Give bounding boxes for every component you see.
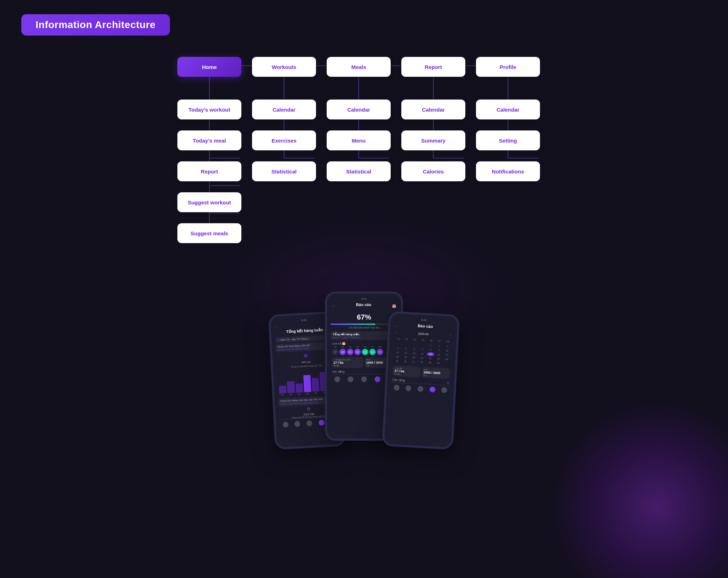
node-setting: Setting	[476, 130, 540, 150]
node-workouts-calendar: Calendar	[252, 100, 316, 119]
node-todays-workout: Today's workout	[177, 100, 241, 119]
bar-4	[303, 375, 311, 392]
node-report-calendar: Calendar	[401, 100, 465, 119]
node-workouts: Workouts	[252, 57, 316, 77]
phone-mockup-3: 9:41 ← Báo cáo ‹ 2023-04 › T2 T3	[382, 311, 460, 450]
phone-progress-bar	[331, 323, 397, 325]
node-summary: Summary	[401, 130, 465, 150]
phones-area: 9:41 ← Tổng kết hàng tuần ▼ Năm T9 - Năy…	[21, 299, 707, 455]
nav-home[interactable]	[334, 376, 340, 382]
node-report-home: Report	[177, 161, 241, 181]
page-title: Information Architecture	[36, 19, 156, 31]
phone-percent: 67%	[331, 313, 397, 321]
node-calories: Calories	[401, 161, 465, 181]
phone-status-2: 9:41	[331, 297, 397, 300]
bar-2	[287, 381, 295, 393]
phone-status-3: 9:41	[394, 317, 454, 323]
node-meals-statistical: Statistical	[327, 161, 391, 181]
nav-workout[interactable]	[348, 376, 353, 382]
node-profile: Profile	[476, 57, 540, 77]
node-todays-meal: Today's meal	[177, 130, 241, 150]
ia-diagram: Home Workouts Meals Report Profile	[21, 57, 707, 277]
bar-1	[279, 386, 287, 394]
nodes-container: Home Workouts Meals Report Profile	[177, 57, 551, 277]
bar-5	[312, 378, 320, 392]
node-notifications: Notifications	[476, 161, 540, 181]
node-meals: Meals	[327, 57, 391, 77]
node-suggest-workout: Suggest workout	[177, 192, 241, 212]
node-suggest-meals: Suggest meals	[177, 223, 241, 243]
node-report-top: Report	[401, 57, 465, 77]
phone-subtitle: 1 ăn độ hoàn thành mục tiêu	[331, 326, 397, 329]
nav3-meal[interactable]	[417, 386, 423, 392]
cal-grid: 1 2 3 4 5 6 7 8 9 10 11 12 13 14 15 16 1	[392, 342, 453, 366]
node-exercises: Exercises	[252, 130, 316, 150]
nav-dot-1[interactable]	[283, 422, 289, 428]
node-menu: Menu	[327, 130, 391, 150]
phone3-stats: ↑↓ Bài tập 17 / ba Bài tập 🍽 Ăn 1600 / 3…	[391, 364, 451, 381]
phone-title-2: Báo cáo	[335, 303, 392, 307]
page-wrapper: Information Architecture	[0, 0, 728, 469]
phone-progress-fill	[331, 323, 375, 325]
title-badge: Information Architecture	[21, 14, 170, 36]
nav3-report[interactable]	[429, 386, 435, 392]
nav-report[interactable]	[375, 376, 380, 382]
node-meals-calendar: Calendar	[327, 100, 391, 119]
nav-meal[interactable]	[361, 376, 367, 382]
node-workouts-statistical: Statistical	[252, 161, 316, 181]
phone-screen-3: 9:41 ← Báo cáo ‹ 2023-04 › T2 T3	[384, 313, 457, 447]
history-label: Lịch sử 📅	[332, 342, 396, 345]
nav-dot-4[interactable]	[318, 420, 324, 426]
ia-inner: Home Workouts Meals Report Profile	[177, 57, 551, 277]
nav3-home[interactable]	[394, 385, 400, 391]
node-home: Home	[177, 57, 241, 77]
nav3-profile[interactable]	[441, 387, 447, 393]
phone-title-3: Báo cáo	[398, 323, 452, 330]
node-profile-calendar: Calendar	[476, 100, 540, 119]
nav-dot-3[interactable]	[306, 420, 312, 426]
bar-3	[295, 383, 303, 392]
nav-dot-2[interactable]	[294, 421, 300, 427]
nav3-workout[interactable]	[406, 385, 412, 391]
